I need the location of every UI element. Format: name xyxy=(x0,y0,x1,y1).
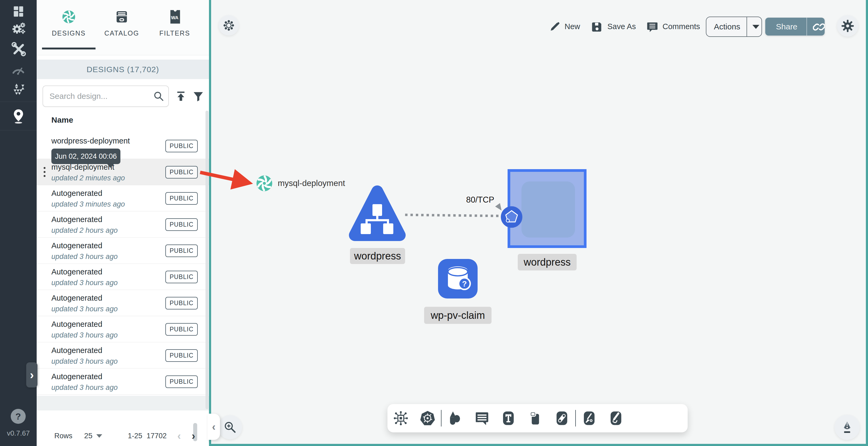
design-name: Autogenerated xyxy=(51,268,102,276)
visibility-badge: PUBLIC xyxy=(165,349,198,362)
comments-button[interactable]: Comments xyxy=(647,18,700,35)
edge-port-label: 80/TCP xyxy=(466,195,494,205)
comment-tool-button[interactable] xyxy=(468,404,495,433)
design-list-row[interactable]: Autogenerated updated 2 hours ago PUBLIC xyxy=(37,211,209,238)
save-as-label: Save As xyxy=(608,22,636,31)
expand-nav-chevron[interactable]: › xyxy=(26,363,37,387)
design-name: Autogenerated xyxy=(51,215,102,224)
actions-caret-icon[interactable] xyxy=(752,25,760,29)
panel-canvas-divider xyxy=(209,0,211,446)
nav-configuration[interactable] xyxy=(0,39,37,58)
nav-lifecycle[interactable] xyxy=(0,19,37,38)
tab-filters[interactable]: WA FILTERS xyxy=(151,8,199,37)
link-tool-button[interactable] xyxy=(549,404,575,433)
rows-select-caret-icon[interactable] xyxy=(96,434,102,438)
freehand-draw-tool-button[interactable] xyxy=(602,404,629,433)
pen-arrow-icon xyxy=(582,410,597,426)
row-menu-icon[interactable] xyxy=(43,167,45,177)
dot-mesh-icon xyxy=(223,19,235,32)
help-button[interactable]: ? xyxy=(11,409,26,424)
design-updated: updated 2 hours ago xyxy=(51,226,118,235)
node-wordpress-service[interactable] xyxy=(348,184,407,243)
module-tool-button[interactable] xyxy=(388,404,414,433)
nav-visualize[interactable] xyxy=(0,107,37,126)
design-list-row[interactable]: Autogenerated updated 3 minutes ago PUBL… xyxy=(37,185,209,211)
rows-per-page-label: Rows xyxy=(54,432,72,440)
module-icon xyxy=(393,410,409,426)
design-updated: updated 3 hours ago xyxy=(51,357,118,366)
actions-dropdown-button[interactable]: Actions xyxy=(706,16,762,37)
link-icon xyxy=(554,410,570,426)
design-list-row[interactable]: Autogenerated updated 3 hours ago PUBLIC xyxy=(37,290,209,316)
sidebar-tabs: DESIGNS CATALOG xyxy=(37,0,209,55)
tab-designs-label: DESIGNS xyxy=(45,29,93,37)
collapse-panel-chevron[interactable]: ‹ xyxy=(208,414,220,440)
design-name: wordpress-deployment xyxy=(51,137,130,145)
components-drawer-button[interactable] xyxy=(219,15,239,36)
list-scrollbar[interactable] xyxy=(206,111,209,409)
prev-page-button[interactable]: ‹ xyxy=(177,431,181,441)
upload-design-button[interactable] xyxy=(175,90,187,103)
filter-list-button[interactable] xyxy=(192,90,205,103)
help-label: ? xyxy=(16,411,21,422)
tab-catalog[interactable]: CATALOG xyxy=(98,8,146,37)
comments-label: Comments xyxy=(662,22,700,31)
rectangle-tool-button[interactable] xyxy=(522,404,549,433)
mesh-triangles-icon xyxy=(11,81,26,97)
design-list-row[interactable]: Autogenerated updated 3 hours ago PUBLIC xyxy=(37,369,209,395)
pencil-draw-icon xyxy=(608,410,624,426)
new-label: New xyxy=(565,22,580,31)
tab-filters-label: FILTERS xyxy=(151,29,199,37)
rows-per-page-select[interactable]: 25 xyxy=(84,432,93,440)
design-list-row[interactable]: Autogenerated updated 3 hours ago PUBLIC xyxy=(37,238,209,264)
kubernetes-tool-button[interactable] xyxy=(414,404,441,433)
canvas-border-bottom xyxy=(209,444,868,446)
node-label-text: wp-pv-claim xyxy=(431,310,485,321)
design-list-row[interactable]: Autogenerated updated 3 hours ago PUBLIC xyxy=(37,316,209,342)
visibility-badge: PUBLIC xyxy=(165,375,198,388)
svg-text:WA: WA xyxy=(171,15,179,20)
design-list-row[interactable]: Autogenerated updated 3 hours ago PUBLIC xyxy=(37,264,209,290)
node-label-wordpress-service: wordpress xyxy=(350,248,405,264)
visibility-badge: PUBLIC xyxy=(165,271,198,283)
shapes-tool-button[interactable] xyxy=(441,404,468,433)
design-updated: updated 3 minutes ago xyxy=(51,200,125,208)
nav-extensions[interactable] xyxy=(0,80,37,98)
location-pin-icon xyxy=(11,108,26,125)
svg-text:?: ? xyxy=(462,279,467,288)
design-name: Autogenerated xyxy=(51,346,102,355)
pen-arrow-tool-button[interactable] xyxy=(576,404,602,433)
pagination-bar: Rows 25 1-25 17702 ‹ › xyxy=(37,426,209,445)
column-header-name: Name xyxy=(51,115,73,125)
text-tool-button[interactable] xyxy=(495,404,522,433)
dragged-design-chip[interactable]: mysql-deployment xyxy=(256,175,345,192)
funnel-icon xyxy=(192,90,205,102)
save-as-button[interactable]: Save As xyxy=(591,18,636,35)
visibility-badge: PUBLIC xyxy=(165,166,198,178)
comment-icon xyxy=(647,21,658,32)
copy-link-icon[interactable] xyxy=(813,21,825,33)
design-mode-button[interactable] xyxy=(835,415,860,440)
design-updated: updated 2 minutes ago xyxy=(51,174,125,182)
design-updated: updated 3 hours ago xyxy=(51,279,118,287)
new-design-button[interactable]: New xyxy=(549,18,580,35)
tools-icon xyxy=(11,41,26,57)
pod-badge[interactable] xyxy=(500,206,523,228)
zoom-in-icon xyxy=(223,420,237,434)
search-input[interactable] xyxy=(43,92,153,101)
zoom-in-button[interactable] xyxy=(218,415,242,439)
design-chip-label: mysql-deployment xyxy=(278,178,345,188)
tab-designs[interactable]: DESIGNS xyxy=(45,8,93,37)
settings-button[interactable] xyxy=(837,15,858,37)
nav-performance[interactable] xyxy=(0,59,37,78)
search-icon[interactable] xyxy=(153,90,164,102)
share-button[interactable]: Share xyxy=(765,18,825,36)
canvas-border-right xyxy=(866,0,868,446)
nav-dashboard[interactable] xyxy=(0,2,37,21)
design-list-row[interactable]: Autogenerated updated 3 hours ago PUBLIC xyxy=(37,342,209,369)
tooltip-text: Jun 02, 2024 00:06 xyxy=(55,152,117,161)
next-page-button[interactable]: › xyxy=(192,431,195,441)
node-wp-pv-claim[interactable]: ? xyxy=(437,258,478,299)
text-icon xyxy=(501,410,516,426)
updated-date-tooltip: Jun 02, 2024 00:06 xyxy=(51,148,120,164)
